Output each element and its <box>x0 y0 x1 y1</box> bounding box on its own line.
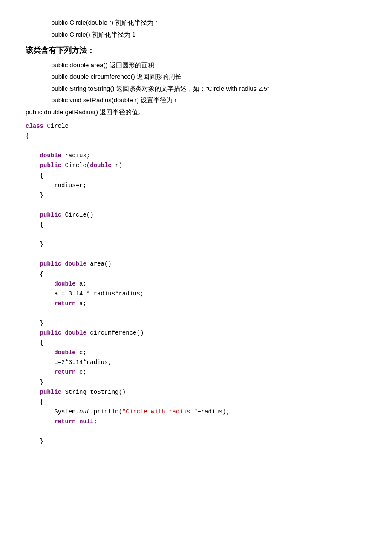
code-line-tostring-sig: public String toString() <box>26 387 366 397</box>
code-line-area-double: double a; <box>26 279 366 289</box>
code-line-circ-sig: public double circumference() <box>26 328 366 338</box>
code-line-blank3 <box>26 230 366 240</box>
code-line-constructor1-open: { <box>26 171 366 181</box>
methods-heading: 该类含有下列方法： <box>26 44 366 57</box>
code-line-area-calc: a = 3.14 * radius*radius; <box>26 289 366 299</box>
description-section: public Circle(double r) 初始化半径为 r public … <box>26 17 366 117</box>
code-line-circ-close: } <box>26 378 366 387</box>
method-line-1: public double area() 返回圆形的面积 <box>26 60 366 71</box>
code-line-open: { <box>26 131 366 141</box>
code-line-constructor1-sig: public Circle(double r) <box>26 161 366 171</box>
code-line-area-sig: public double area() <box>26 259 366 269</box>
method-line-3: public String toString() 返回该类对象的文字描述，如："… <box>26 83 366 94</box>
code-line-circ-double: double c; <box>26 348 366 358</box>
code-line-blank2 <box>26 200 366 210</box>
code-line-constructor2-sig: public Circle() <box>26 210 366 220</box>
code-line-blank1 <box>26 141 366 151</box>
code-line-radius: double radius; <box>26 151 366 161</box>
method-line-5: public double getRadius() 返回半径的值。 <box>26 107 366 118</box>
code-line-tostring-sysout: System.out.println("Circle with radius "… <box>26 407 366 417</box>
code-line-area-return: return a; <box>26 299 366 309</box>
code-line-blank5 <box>26 309 366 318</box>
code-line-area-close: } <box>26 318 366 328</box>
code-line-tostring-close: } <box>26 436 366 446</box>
code-line-blank4 <box>26 249 366 259</box>
code-line-class: class Circle <box>26 121 366 131</box>
method-line-4: public void setRadius(double r) 设置半径为 r <box>26 95 366 106</box>
code-line-circ-calc: c=2*3.14*radius; <box>26 358 366 367</box>
constructor-line-1: public Circle(double r) 初始化半径为 r <box>26 17 366 28</box>
code-line-radius-assign: radius=r; <box>26 181 366 191</box>
code-line-tostring-return: return null; <box>26 417 366 427</box>
code-line-tostring-open: { <box>26 397 366 407</box>
constructor-line-2: public Circle() 初始化半径为 1 <box>26 29 366 40</box>
code-line-constructor2-open: { <box>26 220 366 230</box>
code-line-constructor2-close: } <box>26 240 366 249</box>
code-line-constructor1-close: } <box>26 191 366 200</box>
code-line-circ-open: { <box>26 338 366 348</box>
code-block: class Circle { double radius; public Cir… <box>26 121 366 446</box>
method-line-2: public double circumference() 返回圆形的周长 <box>26 71 366 82</box>
code-line-blank6 <box>26 427 366 436</box>
code-line-area-open: { <box>26 269 366 279</box>
code-line-circ-return: return c; <box>26 367 366 377</box>
